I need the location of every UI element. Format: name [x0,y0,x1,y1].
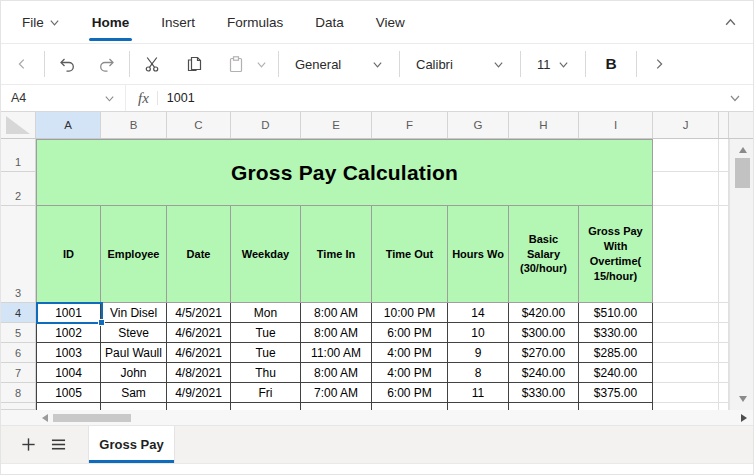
cell-J4[interactable] [653,303,719,323]
tab-home[interactable]: Home [76,1,146,43]
cell-J1[interactable] [653,139,719,172]
cell-K5-partial[interactable] [719,323,729,343]
cell-A4[interactable]: 1001 [36,303,101,323]
cell-E6[interactable]: 11:00 AM [301,343,372,363]
cell-B7[interactable]: John [101,363,167,383]
selection-fill-handle[interactable] [98,319,105,326]
cell-G4[interactable]: 14 [448,303,509,323]
cell-K6-partial[interactable] [719,343,729,363]
cell-J9[interactable] [653,403,719,410]
vertical-scrollbar-thumb[interactable] [735,158,750,188]
cell-E7[interactable]: 8:00 AM [301,363,372,383]
scroll-left-icon[interactable] [42,414,48,422]
cell-J7[interactable] [653,363,719,383]
row-header-4[interactable]: 4 [1,303,35,323]
column-header-C[interactable]: C [167,112,231,138]
cell-B9-partial[interactable] [101,403,167,410]
column-header-G[interactable]: G [448,112,509,138]
cell-K3-partial[interactable] [719,206,729,303]
font-name-dropdown[interactable]: Calibri [407,57,513,72]
scroll-up-icon[interactable] [739,147,747,153]
cell-H6[interactable]: $270.00 [509,343,579,363]
column-header-A[interactable]: A [36,112,101,138]
merged-title-cell[interactable]: Gross Pay Calculation [36,139,653,206]
cell-F8[interactable]: 6:00 PM [372,383,448,403]
cell-G3[interactable]: Hours Wo [448,206,509,303]
column-header-D[interactable]: D [231,112,301,138]
cell-C9-partial[interactable] [167,403,231,410]
cell-F3[interactable]: Time Out [372,206,448,303]
row-header-7[interactable]: 7 [1,363,35,383]
column-header-F[interactable]: F [372,112,448,138]
row-header-1[interactable]: 1 [1,139,35,172]
add-sheet-button[interactable] [13,426,43,463]
cell-I3[interactable]: Gross Pay With Overtime( 15/hour) [579,206,653,303]
cell-B5[interactable]: Steve [101,323,167,343]
cell-C7[interactable]: 4/8/2021 [167,363,231,383]
cell-G9-partial[interactable] [448,403,509,410]
cell-J8[interactable] [653,383,719,403]
file-menu[interactable]: File [22,1,60,43]
cell-A7[interactable]: 1004 [36,363,101,383]
column-header-B[interactable]: B [101,112,167,138]
cell-G6[interactable]: 9 [448,343,509,363]
column-header-J[interactable]: J [653,112,719,138]
cell-J6[interactable] [653,343,719,363]
cell-G7[interactable]: 8 [448,363,509,383]
row-header-2[interactable]: 2 [1,172,35,206]
cell-B8[interactable]: Sam [101,383,167,403]
horizontal-scrollbar-thumb[interactable] [53,414,131,422]
cell-J3[interactable] [653,206,719,303]
cell-K8-partial[interactable] [719,383,729,403]
cell-H5[interactable]: $300.00 [509,323,579,343]
cell-F5[interactable]: 6:00 PM [372,323,448,343]
undo-button[interactable] [52,49,82,79]
cell-C4[interactable]: 4/5/2021 [167,303,231,323]
cell-B6[interactable]: Paul Waull [101,343,167,363]
cell-F7[interactable]: 4:00 PM [372,363,448,383]
expand-formula-bar-button[interactable] [729,92,741,104]
cell-I6[interactable]: $285.00 [579,343,653,363]
bold-button[interactable]: B [593,55,629,73]
name-box[interactable]: A4 [1,85,126,111]
tab-data[interactable]: Data [299,1,360,43]
cell-K7-partial[interactable] [719,363,729,383]
cell-I4[interactable]: $510.00 [579,303,653,323]
cell-K4-partial[interactable] [719,303,729,323]
cell-E4[interactable]: 8:00 AM [301,303,372,323]
cell-A6[interactable]: 1003 [36,343,101,363]
cell-E3[interactable]: Time In [301,206,372,303]
cell-B3[interactable]: Employee [101,206,167,303]
cell-H8[interactable]: $330.00 [509,383,579,403]
cell-K9-partial[interactable] [719,403,729,410]
number-format-dropdown[interactable]: General [286,57,392,72]
cell-I7[interactable]: $240.00 [579,363,653,383]
cell-K2-partial[interactable] [719,172,729,206]
cell-A5[interactable]: 1002 [36,323,101,343]
cell-F9-partial[interactable] [372,403,448,410]
cell-D4[interactable]: Mon [231,303,301,323]
cell-D7[interactable]: Thu [231,363,301,383]
select-all-button[interactable] [1,112,36,138]
sheet-tab-gross-pay[interactable]: Gross Pay [88,426,175,463]
font-size-dropdown[interactable]: 11 [528,57,578,72]
cut-button[interactable] [137,49,167,79]
cell-K1-partial[interactable] [719,139,729,172]
column-header-partial[interactable] [719,112,729,138]
redo-button[interactable] [92,49,122,79]
cell-H9-partial[interactable] [509,403,579,410]
row-header-5[interactable]: 5 [1,323,35,343]
tab-formulas[interactable]: Formulas [211,1,299,43]
cell-E5[interactable]: 8:00 AM [301,323,372,343]
ribbon-scroll-left-button[interactable] [7,49,37,79]
column-header-H[interactable]: H [509,112,579,138]
row-header-8[interactable]: 8 [1,383,35,403]
cell-J2[interactable] [653,172,719,206]
ribbon-scroll-right-button[interactable] [644,49,674,79]
cell-D3[interactable]: Weekday [231,206,301,303]
cell-H4[interactable]: $420.00 [509,303,579,323]
cell-G5[interactable]: 10 [448,323,509,343]
cell-D8[interactable]: Fri [231,383,301,403]
cell-H3[interactable]: Basic Salary (30/hour) [509,206,579,303]
cell-E9-partial[interactable] [301,403,372,410]
